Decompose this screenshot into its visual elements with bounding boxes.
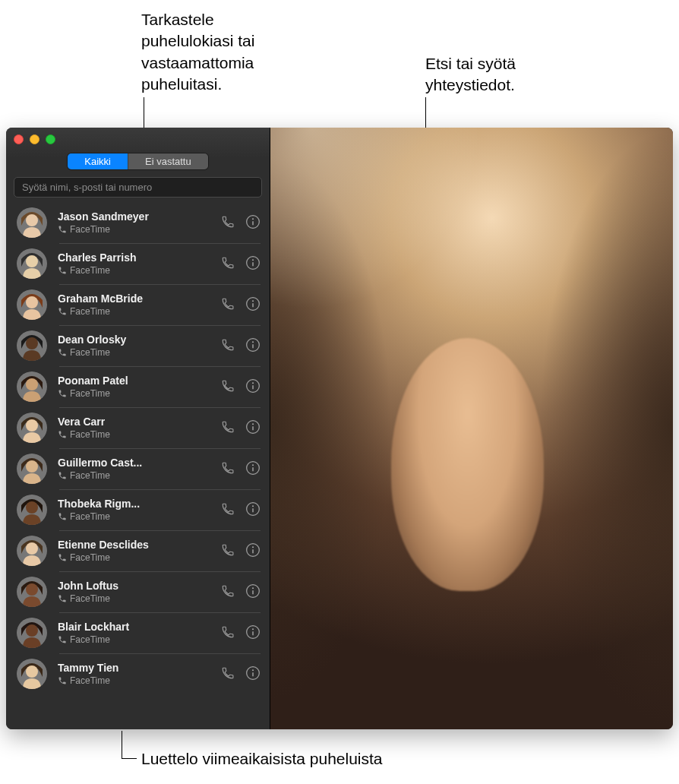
callout-connector	[122, 758, 137, 759]
info-button[interactable]	[245, 460, 261, 478]
avatar	[17, 371, 47, 402]
svg-point-38	[252, 505, 254, 507]
info-button[interactable]	[245, 624, 261, 642]
info-icon	[245, 501, 261, 517]
phone-icon	[58, 430, 67, 439]
call-subtype: FaceTime	[58, 511, 215, 522]
callout-tabs: Tarkastele puhelulokiasi tai vastaamatto…	[141, 9, 254, 95]
svg-point-6	[26, 255, 38, 267]
call-row[interactable]: Thobeka Rigm... FaceTime	[6, 489, 270, 530]
svg-point-48	[252, 587, 254, 589]
phone-icon	[221, 420, 235, 434]
contact-name: Thobeka Rigm...	[58, 498, 215, 510]
phone-icon	[221, 584, 235, 598]
call-row-text: Graham McBride FaceTime	[58, 292, 215, 317]
info-icon	[245, 337, 261, 352]
minimize-window-button[interactable]	[30, 134, 39, 144]
call-subtype: FaceTime	[58, 429, 215, 440]
call-subtype: FaceTime	[58, 347, 215, 358]
call-button[interactable]	[221, 420, 235, 436]
contact-name: Graham McBride	[58, 292, 215, 305]
contact-name: Tammy Tien	[58, 662, 215, 674]
call-row[interactable]: Vera Carr FaceTime	[6, 407, 270, 448]
info-button[interactable]	[245, 337, 261, 355]
phone-icon	[58, 635, 67, 644]
call-button[interactable]	[221, 625, 235, 641]
call-row-text: Jason Sandmeyer FaceTime	[58, 210, 215, 235]
avatar	[17, 495, 47, 525]
close-window-button[interactable]	[14, 134, 24, 144]
info-icon	[245, 583, 261, 599]
row-actions	[221, 501, 261, 519]
avatar	[17, 454, 47, 484]
info-icon	[245, 419, 261, 435]
call-button[interactable]	[221, 666, 235, 682]
call-row-text: Tammy Tien FaceTime	[58, 662, 215, 686]
phone-icon	[221, 215, 235, 229]
call-row-text: John Loftus FaceTime	[58, 580, 215, 604]
call-button[interactable]	[221, 338, 235, 354]
call-subtype: FaceTime	[58, 593, 215, 604]
info-button[interactable]	[245, 296, 261, 314]
tab-missed[interactable]: Ei vastattu	[128, 153, 208, 169]
info-button[interactable]	[245, 255, 261, 273]
phone-icon	[221, 543, 235, 557]
phone-icon	[221, 379, 235, 393]
call-row[interactable]: Charles Parrish FaceTime	[6, 243, 270, 284]
call-row[interactable]: Guillermo Cast... FaceTime	[6, 448, 270, 489]
info-icon	[245, 214, 261, 229]
call-row[interactable]: Blair Lockhart FaceTime	[6, 612, 270, 653]
phone-icon	[58, 512, 67, 521]
row-actions	[221, 378, 261, 396]
facetime-window: Kaikki Ei vastattu Jason Sandmeyer FaceT…	[6, 128, 673, 729]
call-row[interactable]: John Loftus FaceTime	[6, 571, 270, 612]
call-subtype: FaceTime	[58, 265, 215, 276]
call-row[interactable]: Poonam Patel FaceTime	[6, 366, 270, 407]
svg-point-43	[252, 546, 254, 548]
call-button[interactable]	[221, 543, 235, 559]
search-input[interactable]	[14, 177, 262, 198]
phone-icon	[221, 666, 235, 680]
row-actions	[221, 624, 261, 642]
call-button[interactable]	[221, 256, 235, 272]
info-button[interactable]	[245, 501, 261, 519]
info-button[interactable]	[245, 542, 261, 560]
call-row[interactable]: Jason Sandmeyer FaceTime	[6, 202, 270, 243]
call-subtype: FaceTime	[58, 470, 215, 481]
row-actions	[221, 460, 261, 478]
tab-all[interactable]: Kaikki	[68, 153, 128, 169]
call-subtype: FaceTime	[58, 552, 215, 563]
svg-point-1	[26, 214, 38, 226]
avatar	[17, 659, 47, 689]
avatar	[17, 248, 47, 279]
call-button[interactable]	[221, 502, 235, 518]
call-row[interactable]: Tammy Tien FaceTime	[6, 653, 270, 694]
call-subtype: FaceTime	[58, 634, 215, 645]
callout-list: Luettelo viimeaikaisista puheluista	[141, 748, 383, 770]
phone-icon	[58, 225, 67, 234]
svg-point-41	[26, 542, 38, 555]
info-icon	[245, 542, 261, 558]
phone-icon	[58, 594, 67, 603]
fullscreen-window-button[interactable]	[46, 134, 55, 144]
phone-icon	[221, 461, 235, 475]
call-button[interactable]	[221, 461, 235, 477]
info-button[interactable]	[245, 419, 261, 437]
info-button[interactable]	[245, 583, 261, 601]
call-button[interactable]	[221, 297, 235, 313]
call-row-text: Dean Orlosky FaceTime	[58, 334, 215, 358]
call-button[interactable]	[221, 215, 235, 231]
row-actions	[221, 583, 261, 601]
call-button[interactable]	[221, 584, 235, 600]
call-row[interactable]: Graham McBride FaceTime	[6, 284, 270, 325]
call-row[interactable]: Etienne Desclides FaceTime	[6, 530, 270, 571]
call-row[interactable]: Dean Orlosky FaceTime	[6, 325, 270, 366]
svg-point-11	[26, 296, 38, 308]
info-icon	[245, 378, 261, 394]
recent-calls-list[interactable]: Jason Sandmeyer FaceTime	[6, 202, 270, 729]
call-button[interactable]	[221, 379, 235, 395]
info-button[interactable]	[245, 378, 261, 396]
info-button[interactable]	[245, 214, 261, 232]
avatar	[17, 330, 47, 361]
info-button[interactable]	[245, 665, 261, 683]
